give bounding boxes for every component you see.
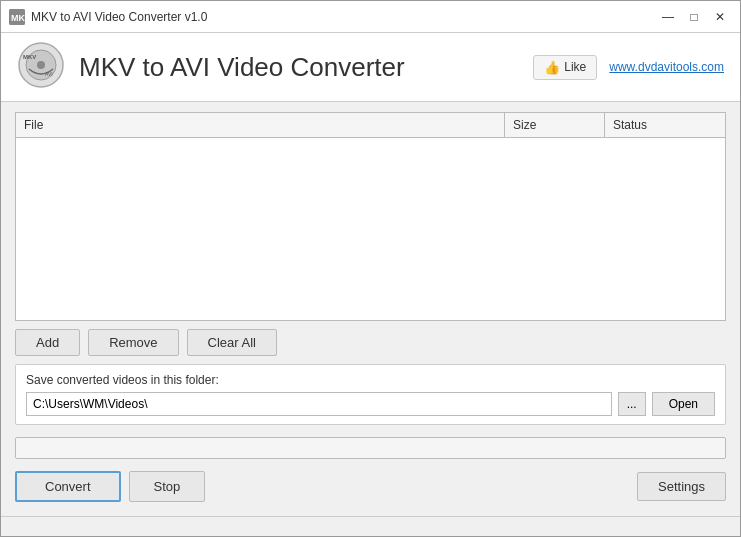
stop-button[interactable]: Stop <box>129 471 206 502</box>
minimize-button[interactable]: — <box>656 7 680 27</box>
col-file-header: File <box>16 113 505 137</box>
convert-button[interactable]: Convert <box>15 471 121 502</box>
header-left: MKV AVI MKV to AVI Video Converter <box>17 41 405 93</box>
settings-button[interactable]: Settings <box>637 472 726 501</box>
svg-point-4 <box>37 61 45 69</box>
col-status-header: Status <box>605 113 725 137</box>
svg-text:MKV: MKV <box>23 54 36 60</box>
window-controls: — □ ✕ <box>656 7 732 27</box>
close-button[interactable]: ✕ <box>708 7 732 27</box>
bottom-bar: Convert Stop Settings <box>15 471 726 506</box>
add-button[interactable]: Add <box>15 329 80 356</box>
website-link[interactable]: www.dvdavitools.com <box>609 60 724 74</box>
header-right: 👍 Like www.dvdavitools.com <box>533 55 724 80</box>
action-buttons: Add Remove Clear All <box>15 329 726 356</box>
clear-all-button[interactable]: Clear All <box>187 329 277 356</box>
col-size-header: Size <box>505 113 605 137</box>
progress-bar-container <box>15 437 726 459</box>
app-title: MKV to AVI Video Converter <box>79 52 405 83</box>
bottom-left-buttons: Convert Stop <box>15 471 205 502</box>
window-title: MKV to AVI Video Converter v1.0 <box>31 10 656 24</box>
like-button[interactable]: 👍 Like <box>533 55 597 80</box>
browse-dots-button[interactable]: ... <box>618 392 646 416</box>
app-icon: MKV <box>9 9 25 25</box>
like-label: Like <box>564 60 586 74</box>
save-section: Save converted videos in this folder: ..… <box>15 364 726 425</box>
svg-text:MKV: MKV <box>11 13 25 23</box>
table-body <box>16 138 725 319</box>
file-table: File Size Status <box>15 112 726 321</box>
table-header: File Size Status <box>16 113 725 138</box>
progress-section <box>15 433 726 463</box>
save-label: Save converted videos in this folder: <box>26 373 715 387</box>
remove-button[interactable]: Remove <box>88 329 178 356</box>
titlebar: MKV MKV to AVI Video Converter v1.0 — □ … <box>1 1 740 33</box>
open-folder-button[interactable]: Open <box>652 392 715 416</box>
footer-bar <box>1 516 740 536</box>
maximize-button[interactable]: □ <box>682 7 706 27</box>
main-window: MKV MKV to AVI Video Converter v1.0 — □ … <box>0 0 741 537</box>
thumbs-up-icon: 👍 <box>544 60 560 75</box>
save-path-input[interactable] <box>26 392 612 416</box>
app-logo: MKV AVI <box>17 41 69 93</box>
app-header: MKV AVI MKV to AVI Video Converter 👍 Lik… <box>1 33 740 102</box>
main-content: File Size Status Add Remove Clear All Sa… <box>1 102 740 516</box>
save-row: ... Open <box>26 392 715 416</box>
